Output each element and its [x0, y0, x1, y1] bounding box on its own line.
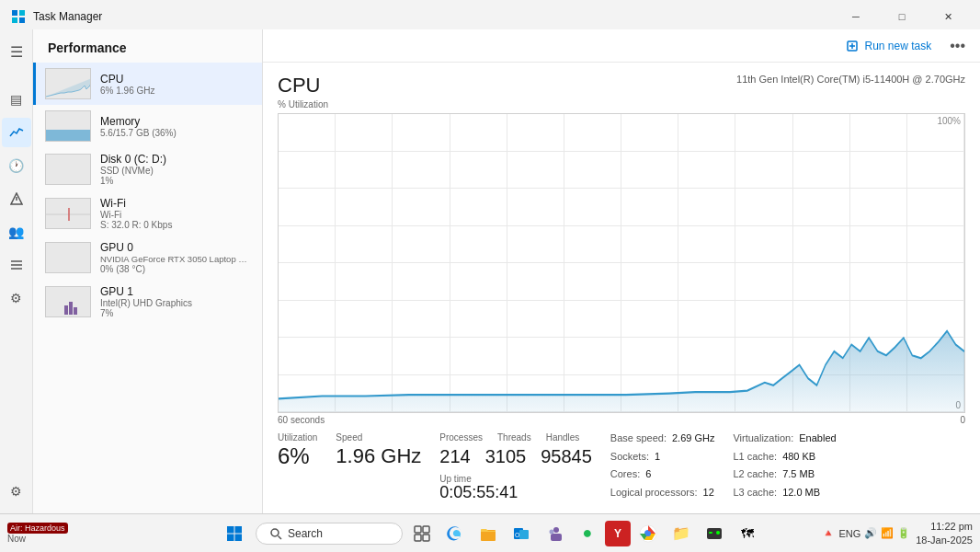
cpu-graph-line: [279, 114, 964, 412]
startup-tab-btn[interactable]: [2, 184, 31, 213]
cores-value: 6: [645, 468, 651, 479]
files-btn[interactable]: 📁: [666, 518, 697, 549]
logical-label: Logical processors:: [610, 487, 698, 498]
wifi-tray-icon[interactable]: 📶: [881, 527, 894, 539]
date-display: 18-Jan-2025: [916, 534, 973, 546]
nav-item-wifi[interactable]: Wi-Fi Wi-Fi S: 32.0 R: 0 Kbps: [33, 191, 262, 236]
app-icon-10[interactable]: [699, 518, 730, 549]
tray-arrow[interactable]: 🔺: [822, 527, 835, 539]
performance-tab-btn[interactable]: [2, 118, 31, 147]
svg-point-33: [550, 529, 554, 534]
details-tab-btn[interactable]: [2, 250, 31, 280]
services-tab-btn[interactable]: ⚙: [2, 283, 31, 313]
title-bar: Task Manager ─ □ ✕: [0, 0, 980, 29]
proc-thread-handle-labels: Processes Threads Handles: [439, 432, 592, 443]
nav-header: Performance: [33, 29, 262, 63]
edge-btn[interactable]: [439, 518, 471, 549]
speed-stat: Speed 1.96 GHz: [336, 432, 421, 502]
l3-row: L3 cache: 12.0 MB: [733, 487, 838, 502]
svg-point-21: [271, 529, 279, 536]
cpu-graph: 100% 0: [278, 113, 965, 413]
menu-icon-btn[interactable]: ☰: [2, 37, 31, 66]
more-options-button[interactable]: •••: [946, 34, 969, 58]
time-display: 11:22 pm: [916, 520, 973, 533]
title-bar-title: Task Manager: [33, 10, 102, 23]
svg-rect-1: [19, 10, 25, 16]
stats-container: Utilization 6% Speed 1.96 GHz Processes …: [278, 432, 965, 502]
battery-icon[interactable]: 🔋: [897, 527, 910, 539]
nav-item-gpu1[interactable]: GPU 1 Intel(R) UHD Graphics 7%: [33, 280, 262, 324]
users-tab-btn[interactable]: 👥: [2, 217, 31, 247]
gpu0-nav-info: GPU 0 NVIDIA GeForce RTX 3050 Laptop GPU…: [100, 241, 253, 274]
svg-rect-19: [227, 534, 234, 541]
search-bar[interactable]: Search: [256, 523, 403, 545]
maximize-button[interactable]: □: [881, 4, 923, 29]
gpu0-thumb: [45, 242, 91, 273]
app-body: ☰ ▤ 🕐 👥 ⚙ ⚙ Performance: [0, 29, 980, 513]
run-new-task-button[interactable]: Run new task: [838, 36, 939, 56]
cpu-model: 11th Gen Intel(R) Core(TM) i5-11400H @ 2…: [736, 74, 965, 85]
time-block[interactable]: 11:22 pm 18-Jan-2025: [916, 520, 973, 546]
cpu-nav-name: CPU: [100, 73, 253, 86]
close-button[interactable]: ✕: [927, 4, 969, 29]
svg-rect-13: [74, 307, 77, 315]
svg-text:O: O: [515, 532, 520, 538]
uptime-value: 0:05:55:41: [439, 484, 592, 502]
processes-value: 214: [439, 446, 470, 466]
air-quality-widget[interactable]: Air: Hazardous Now: [7, 523, 68, 544]
outlook-btn[interactable]: O: [506, 518, 537, 549]
maps-btn[interactable]: 🗺: [732, 518, 763, 549]
l2-label: L2 cache:: [733, 468, 777, 479]
svg-rect-11: [64, 305, 68, 315]
volume-icon[interactable]: 🔊: [864, 527, 877, 539]
svg-rect-3: [19, 17, 25, 23]
search-icon: [269, 527, 282, 540]
utilization-label: Utilization: [278, 432, 317, 443]
wifi-nav-name: Wi-Fi: [100, 197, 253, 210]
processes-label: Processes: [439, 432, 483, 443]
l1-label: L1 cache:: [733, 451, 777, 462]
memory-nav-info: Memory 5.6/15.7 GB (36%): [100, 115, 253, 138]
nav-item-disk[interactable]: Disk 0 (C: D:) SSD (NVMe) 1%: [33, 147, 262, 191]
teams-icon: [545, 524, 564, 543]
settings-icon-btn[interactable]: ⚙: [2, 477, 31, 506]
process-tab-btn[interactable]: ▤: [2, 85, 31, 114]
taskbar-left: Air: Hazardous Now: [7, 523, 68, 544]
virt-label: Virtualization:: [733, 432, 793, 443]
minimize-button[interactable]: ─: [835, 4, 877, 29]
spotify-btn[interactable]: ●: [572, 518, 603, 549]
graph-footer: 60 seconds 0: [278, 415, 965, 425]
taskbar-center: Search: [217, 516, 763, 551]
wifi-nav-sub2: S: 32.0 R: 0 Kbps: [100, 220, 253, 230]
windows-start-btn[interactable]: [217, 516, 252, 551]
history-tab-btn[interactable]: 🕐: [2, 151, 31, 180]
wifi-thumb: [45, 198, 91, 229]
svg-line-22: [279, 535, 282, 539]
taskview-btn[interactable]: [406, 518, 438, 549]
graph-zero: 0: [960, 415, 965, 425]
chrome-btn[interactable]: [632, 518, 664, 549]
app-icon-7[interactable]: Y: [605, 521, 631, 546]
utilization-stat: Utilization 6%: [278, 432, 317, 502]
nav-item-cpu[interactable]: CPU 6% 1.96 GHz: [33, 63, 262, 105]
lang-indicator[interactable]: ENG: [838, 528, 860, 539]
file-explorer-btn[interactable]: [473, 518, 504, 549]
wifi-nav-sub1: Wi-Fi: [100, 210, 253, 220]
l2-row: L2 cache: 7.5 MB: [733, 468, 838, 484]
cpu-title: CPU: [278, 74, 320, 98]
outlook-icon: O: [512, 524, 530, 543]
svg-rect-20: [235, 534, 243, 541]
gpu1-nav-name: GPU 1: [100, 285, 253, 298]
disk-nav-name: Disk 0 (C: D:): [100, 153, 253, 166]
teams-btn[interactable]: [539, 518, 570, 549]
uptime-section: Up time 0:05:55:41: [439, 474, 592, 502]
svg-point-39: [716, 531, 720, 535]
nav-item-memory[interactable]: Memory 5.6/15.7 GB (36%): [33, 105, 262, 147]
nav-panel: Performance CPU 6% 1.96 GHz Memory 5.6/1…: [33, 29, 263, 513]
nav-item-gpu0[interactable]: GPU 0 NVIDIA GeForce RTX 3050 Laptop GPU…: [33, 236, 262, 280]
run-task-icon: [846, 40, 859, 52]
run-new-task-label: Run new task: [864, 40, 931, 52]
l2-value: 7.5 MB: [782, 468, 815, 479]
svg-rect-24: [423, 526, 429, 533]
memory-nav-name: Memory: [100, 115, 253, 128]
